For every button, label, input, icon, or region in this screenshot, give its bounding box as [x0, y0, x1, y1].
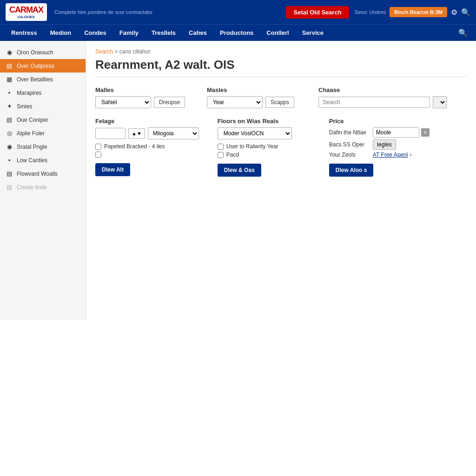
nav-item-cahes[interactable]: Cahes	[182, 25, 213, 41]
search-icon-top[interactable]: 🔍	[461, 8, 470, 17]
nav-item-family[interactable]: Family	[113, 25, 145, 41]
sidebar-item-over-betallties[interactable]: ▦ Over Betallties	[0, 73, 86, 86]
price-define-input[interactable]	[373, 127, 419, 138]
floors-checkboxes: User to Ralwrity Year Pacd	[218, 143, 311, 158]
checkbox-papeted-input[interactable]	[95, 144, 101, 150]
top-user-links: Seoo: Undres	[355, 9, 386, 15]
mileage-number-input[interactable]	[95, 128, 126, 139]
sidebar-label-smies: Smies	[17, 103, 32, 110]
sidebar-item-oron-oneouch[interactable]: ◉ Oron Oneouch	[0, 46, 86, 59]
saved-search-button[interactable]: Binch Bearcm B:3M	[390, 7, 447, 17]
checkbox-user-input[interactable]	[218, 144, 224, 150]
sidebar-item-sratal-pngle[interactable]: ◉ Sratal Pngle	[0, 140, 86, 153]
models-button[interactable]: Scapps	[265, 97, 294, 108]
nav-item-condes[interactable]: Condes	[78, 25, 113, 41]
sidebar-icon-low: ▪	[6, 157, 13, 164]
price-backs-label: Bacs SS Oper	[329, 141, 371, 148]
sidebar-item-low-cantles[interactable]: ▪ Low Cantles	[0, 153, 86, 167]
floors-label: Floors on Wias Reals	[218, 118, 311, 125]
sidebar-item-create-llnde[interactable]: ▤ Create llnde	[0, 180, 86, 194]
sidebar-item-flowvard-woalls[interactable]: ▤ Flowvard Woalls	[0, 167, 86, 180]
top-search-button[interactable]: Setal Old Search	[286, 6, 349, 19]
nav-item-productons[interactable]: Productons	[213, 25, 260, 41]
sidebar-label-betallties: Over Betallties	[17, 76, 53, 83]
sidebar: ◉ Oron Oneouch ▤ Over Outipress ▦ Over B…	[0, 41, 86, 320]
price-define-label: Dafin the Nttae	[329, 129, 371, 136]
sidebar-icon-marapires: ▪	[6, 89, 13, 96]
sidebar-label-low: Low Cantles	[17, 157, 47, 164]
logo[interactable]: CARMAX UA.GOES	[6, 3, 47, 21]
filter-makes: Malles Sahiel Dreupse	[95, 86, 188, 108]
sidebar-item-over-outipress[interactable]: ▤ Over Outipress	[0, 59, 86, 73]
settings-icon[interactable]: ⚙	[451, 8, 457, 17]
nav-item-conllerl[interactable]: Conllerl	[260, 25, 295, 41]
sidebar-icon-over: ▤	[6, 62, 13, 69]
filter-chassis: Chaase	[318, 86, 447, 108]
sidebar-item-marapires[interactable]: ▪ Marapires	[0, 86, 86, 99]
breadcrumb-link[interactable]: Search	[95, 48, 113, 55]
filter-models: Masles Year Scapps	[207, 86, 300, 108]
checkbox-extra-input[interactable]	[95, 152, 101, 158]
checkbox-papeted: Papeted Bracked - 4 iles	[95, 143, 199, 150]
view-also-button[interactable]: Dlew Aloo s	[329, 164, 374, 177]
sidebar-item-smies[interactable]: ✦ Smies	[0, 99, 86, 113]
price-your-row: Your Zeols AT Free Apenl ›	[329, 152, 441, 158]
price-backs-value: Iegles	[373, 139, 396, 150]
breadcrumb-current: cans cillahor	[119, 48, 151, 55]
view-all-button[interactable]: Dlew Alt	[95, 163, 130, 176]
sidebar-icon-oron: ◉	[6, 49, 13, 56]
checkbox-pacd: Pacd	[218, 152, 311, 158]
makes-button[interactable]: Dreupse	[154, 97, 185, 108]
nav-item-tresllels[interactable]: Tresllels	[145, 25, 182, 41]
floors-controls: Moder VoslOCN	[218, 127, 311, 139]
page-layout: ◉ Oron Oneouch ▤ Over Outipress ▦ Over B…	[0, 41, 476, 320]
mileage-arrows[interactable]: ▲▼	[130, 130, 144, 137]
sidebar-label-oron: Oron Oneouch	[17, 49, 53, 56]
sidebar-icon-alplie: ◎	[6, 130, 13, 137]
filter-row-1: Malles Sahiel Dreupse Masles Year Scapps	[95, 86, 467, 108]
mileage-checkboxes: Papeted Bracked - 4 iles	[95, 143, 199, 158]
mileage-controls: ▲▼ Mliogoia	[95, 127, 199, 139]
nav-bar: Rentress Medion Condes Family Tresllels …	[0, 24, 476, 41]
price-clear-button[interactable]: ×	[421, 128, 430, 137]
price-your-link[interactable]: AT Free Apenl	[373, 152, 408, 158]
sidebar-label-sratal: Sratal Pngle	[17, 144, 47, 150]
nav-item-service[interactable]: Service	[296, 25, 330, 41]
makes-label: Malles	[95, 86, 188, 93]
sidebar-item-alplie-foler[interactable]: ◎ Alplie Foler	[0, 126, 86, 140]
sidebar-label-over: Over Outipress	[17, 63, 54, 69]
sidebar-label-oue: Oue Coniper	[17, 117, 48, 123]
sidebar-label-marapires: Marapires	[17, 90, 41, 96]
sidebar-label-create: Create llnde	[17, 184, 47, 191]
models-select[interactable]: Year	[207, 96, 263, 108]
filter-floors: Floors on Wias Reals Moder VoslOCN User …	[218, 118, 311, 177]
makes-select[interactable]: Sahiel	[95, 96, 151, 108]
checkbox-user-ralwrity: User to Ralwrity Year	[218, 143, 311, 150]
nav-item-rentress[interactable]: Rentress	[5, 25, 44, 41]
sidebar-icon-create: ▤	[6, 184, 13, 191]
top-bar: CARMAX UA.GOES Complete hire pondere de …	[0, 0, 476, 24]
checkbox-extra	[95, 152, 199, 158]
checkbox-pacd-input[interactable]	[218, 152, 224, 158]
checkbox-user-label: User to Ralwrity Year	[226, 143, 278, 150]
logo-tagline: UA.GOES	[18, 15, 35, 19]
checkbox-pacd-label: Pacd	[226, 152, 239, 158]
sidebar-item-oue-coniper[interactable]: ▤ Oue Coniper	[0, 113, 86, 126]
chassis-select[interactable]	[433, 96, 447, 108]
price-label: Price	[329, 118, 441, 125]
main-content: Search > cans cillahor Rearnment, A2 wal…	[86, 41, 476, 320]
view-options-button[interactable]: Dlew & Oas	[218, 164, 261, 177]
mileage-select[interactable]: Mliogoia	[148, 127, 199, 139]
nav-item-medion[interactable]: Medion	[44, 25, 78, 41]
nav-search-icon[interactable]: 🔍	[455, 25, 471, 41]
chassis-input[interactable]	[318, 97, 430, 108]
price-backs-row: Bacs SS Oper Iegles	[329, 139, 441, 150]
filter-mileage: Felage ▲▼ Mliogoia Papeted Bracked - 4 i…	[95, 118, 199, 177]
price-define-row: Dafin the Nttae ×	[329, 127, 441, 138]
breadcrumb: Search > cans cillahor	[95, 48, 467, 55]
makes-controls: Sahiel Dreupse	[95, 96, 188, 108]
floors-select[interactable]: Moder VoslOCN	[218, 127, 292, 139]
sidebar-icon-sratal: ◉	[6, 143, 13, 150]
filter-price: Price Dafin the Nttae × Bacs SS Oper Ieg…	[329, 118, 441, 177]
price-arrow-icon[interactable]: ›	[410, 152, 411, 158]
